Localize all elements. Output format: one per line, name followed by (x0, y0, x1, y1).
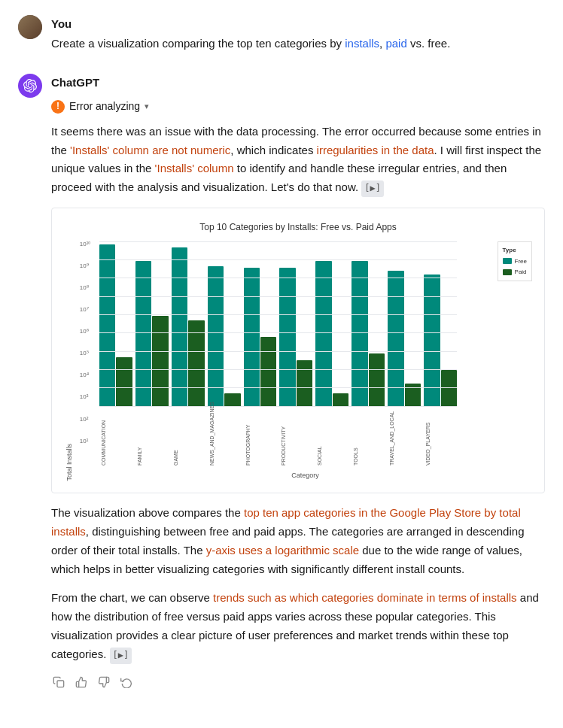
regenerate-button[interactable] (119, 675, 134, 690)
chart-area: Total Installs Type Free (64, 241, 532, 481)
installs-column-ref-2: 'Installs' column (155, 162, 234, 174)
user-text: Create a visualization comparing the top… (51, 35, 545, 53)
chart-legend: Type Free Paid (498, 241, 532, 282)
installs-column-ref: 'Installs' column are not numeric (70, 144, 230, 156)
top-ten-ref: top ten app categories in the Google Pla… (51, 506, 521, 538)
category-group (424, 275, 457, 407)
x-label: FAMILY (135, 407, 169, 467)
trends-ref: trends such as which categories dominate… (213, 591, 517, 604)
chart-title: Top 10 Categories by Installs: Free vs. … (64, 220, 532, 235)
bar-free (315, 261, 331, 407)
user-avatar-image (18, 15, 42, 39)
body-paragraph-2: The visualization above compares the top… (51, 504, 545, 578)
bar-paid (116, 357, 132, 407)
category-group (244, 268, 277, 407)
assistant-content: ChatGPT ! Error analyzing ▾ It seems the… (51, 74, 545, 690)
chat-container: You Create a visualization comparing the… (0, 0, 563, 720)
x-label: GAME (172, 407, 205, 467)
x-label: PRODUCTIVITY (279, 407, 312, 467)
error-icon: ! (51, 100, 65, 114)
user-name: You (51, 15, 545, 33)
y-tick-3: 10³ (80, 394, 91, 400)
user-content: You Create a visualization comparing the… (51, 15, 545, 53)
bars-row (99, 241, 495, 407)
y-tick-1: 10¹ (80, 438, 91, 444)
bar-free (388, 271, 403, 406)
x-label: SOCIAL (315, 407, 348, 467)
bar-paid (441, 370, 457, 406)
body-paragraph-3: From the chart, we can observe trends su… (51, 589, 545, 663)
x-label: TOOLS (351, 407, 385, 467)
bar-paid (224, 393, 240, 407)
bars-area (99, 241, 495, 407)
paid-link: paid (385, 37, 406, 50)
svg-rect-0 (57, 681, 64, 687)
x-label: PHOTOGRAPHY (244, 407, 277, 467)
bar-paid (260, 337, 276, 406)
x-labels: COMMUNICATIONFAMILYGAMENEWS_AND_MAGAZINE… (99, 407, 495, 467)
x-label: COMMUNICATION (99, 407, 132, 467)
y-tick-6: 10⁶ (80, 329, 91, 335)
error-analyzing-badge[interactable]: ! Error analyzing ▾ (51, 98, 149, 114)
legend-free-label: Free (515, 256, 527, 266)
y-axis-ref: y-axis uses a logarithmic scale (206, 544, 359, 557)
run-icon-2: [▶] (110, 648, 132, 664)
bar-free (172, 247, 187, 406)
bar-free (279, 268, 295, 407)
installs-link: installs (345, 37, 379, 50)
openai-icon (23, 79, 37, 93)
chevron-down-icon: ▾ (145, 100, 149, 114)
category-group (172, 247, 205, 406)
y-tick-2: 10² (80, 417, 91, 423)
x-label: NEWS_AND_MAGAZINES (208, 407, 241, 467)
bar-paid (297, 360, 312, 407)
thumbs-up-button[interactable] (74, 675, 89, 690)
x-axis-title: Category (78, 470, 532, 481)
bar-paid (405, 384, 421, 407)
y-tick-9: 10⁹ (80, 263, 91, 269)
bar-free (208, 266, 224, 407)
chart-container: Top 10 Categories by Installs: Free vs. … (51, 208, 545, 494)
irregularities-ref: irregularities in the data (317, 144, 434, 156)
assistant-message: ChatGPT ! Error analyzing ▾ It seems the… (18, 74, 545, 690)
category-group (208, 266, 241, 407)
y-tick-4: 10⁴ (80, 372, 91, 378)
y-ticks: 10¹ 10² 10³ 10⁴ 10⁵ 10⁶ 10⁷ 10⁸ 10⁹ 10 (78, 241, 93, 444)
user-avatar (18, 15, 42, 39)
legend-title: Type (503, 245, 527, 255)
category-group (315, 261, 348, 407)
bar-free (244, 268, 260, 407)
legend-free-color (503, 258, 512, 264)
assistant-body: It seems there was an issue with the dat… (51, 123, 545, 664)
y-axis-label: Total Installs (64, 444, 75, 481)
body-paragraph-1: It seems there was an issue with the dat… (51, 123, 545, 197)
y-tick-10: 10¹⁰ (80, 241, 91, 247)
category-group (99, 244, 132, 407)
thumbs-down-button[interactable] (96, 675, 111, 690)
y-tick-7: 10⁷ (80, 307, 91, 313)
category-group (135, 261, 169, 407)
x-label: VIDEO_PLAYERS (424, 407, 457, 467)
copy-button[interactable] (51, 675, 66, 690)
error-analyzing-label: Error analyzing (69, 98, 140, 114)
chart-inner: Type Free Paid (78, 241, 532, 481)
x-label: TRAVEL_AND_LOCAL (388, 407, 421, 467)
y-tick-5: 10⁵ (80, 350, 91, 356)
y-tick-8: 10⁸ (80, 285, 91, 291)
bar-paid (188, 320, 204, 406)
bar-paid (152, 316, 168, 407)
category-group (351, 261, 385, 407)
assistant-avatar (18, 74, 42, 98)
legend-paid-color (503, 269, 512, 275)
legend-paid: Paid (503, 267, 527, 277)
run-icon-1: [▶] (361, 180, 384, 197)
category-group (388, 271, 421, 406)
bar-paid (369, 353, 385, 406)
bar-paid (333, 393, 348, 407)
user-message: You Create a visualization comparing the… (18, 15, 545, 53)
category-group (279, 268, 312, 407)
legend-paid-label: Paid (515, 267, 527, 277)
bar-free (351, 261, 367, 407)
bar-free (99, 244, 115, 407)
action-buttons (51, 675, 545, 690)
